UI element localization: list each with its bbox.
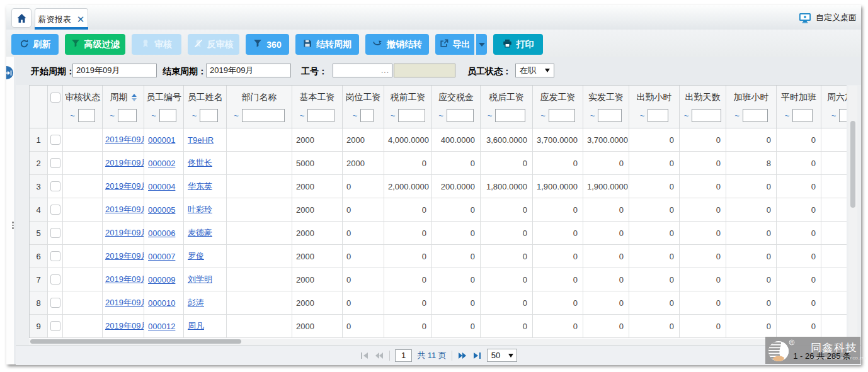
link-period[interactable]: 2019年09月 (105, 158, 144, 167)
link-emp_name[interactable]: 麦德豪 (188, 228, 212, 237)
row-checkbox[interactable] (50, 181, 60, 191)
link-emp_no[interactable]: 000001 (148, 135, 175, 145)
range-filter-toggle[interactable]: ~ (488, 111, 493, 120)
first-page-button[interactable] (360, 351, 369, 360)
filter-input-payable[interactable] (549, 109, 575, 122)
link-emp_no[interactable]: 000005 (148, 205, 175, 215)
header-dept[interactable]: 部门名称~ (227, 86, 292, 128)
filter-input-emp_name[interactable] (200, 109, 218, 122)
filter-input-att_hours[interactable] (648, 109, 668, 122)
filter-input-pretax[interactable] (398, 109, 425, 122)
link-emp_no[interactable]: 000007 (148, 252, 175, 261)
range-filter-toggle[interactable]: ~ (110, 111, 115, 120)
range-filter-toggle[interactable]: ~ (640, 111, 645, 120)
vertical-scrollbar-thumb[interactable] (850, 121, 855, 208)
range-filter-toggle[interactable]: ~ (151, 111, 156, 120)
header-ot_saturday[interactable]: 周六加班~ (821, 86, 847, 128)
range-filter-toggle[interactable]: ~ (192, 111, 197, 120)
range-filter-toggle[interactable]: ~ (353, 111, 358, 120)
row-checkbox[interactable] (50, 158, 60, 168)
row-checkbox[interactable] (50, 298, 60, 308)
link-emp_no[interactable]: 000004 (148, 182, 175, 191)
header-post_salary[interactable]: 岗位工资~ (343, 86, 384, 128)
sort-icon[interactable] (132, 94, 137, 101)
link-period[interactable]: 2019年09月 (105, 251, 144, 261)
link-emp_name[interactable]: 叶彩玲 (188, 205, 212, 214)
page-size-select[interactable]: 50 (487, 349, 517, 362)
link-emp_name[interactable]: 佟世长 (188, 158, 212, 167)
employee-lookup-ellipsis[interactable]: ... (381, 66, 389, 75)
link-emp_no[interactable]: 000009 (148, 275, 175, 285)
link-emp_no[interactable]: 000012 (148, 322, 175, 331)
horizontal-scrollbar[interactable] (29, 339, 847, 345)
header-emp_no[interactable]: 员工编号~ (144, 86, 184, 128)
next-page-button[interactable] (457, 351, 467, 360)
row-checkbox[interactable] (50, 228, 60, 238)
link-emp_no[interactable]: 000006 (148, 228, 175, 238)
tab-close-icon[interactable]: ✕ (77, 14, 85, 24)
header-actual[interactable]: 实发工资~ (583, 86, 629, 128)
filter-input-ot_hours[interactable] (743, 109, 768, 122)
customize-desktop-button[interactable]: 自定义桌面 (799, 11, 857, 24)
end-period-input[interactable] (206, 64, 291, 77)
filter-360-button[interactable]: 360 (246, 34, 289, 55)
link-period[interactable]: 2019年09月 (105, 298, 144, 307)
filter-input-post_salary[interactable] (360, 109, 374, 122)
link-emp_name[interactable]: 华东英 (188, 181, 212, 191)
range-filter-toggle[interactable]: ~ (734, 111, 740, 120)
range-filter-toggle[interactable]: ~ (590, 111, 595, 120)
page-number-input[interactable] (395, 349, 412, 362)
filter-input-ot_weekday[interactable] (792, 109, 813, 122)
header-payable[interactable]: 应发工资~ (533, 86, 583, 128)
link-period[interactable]: 2019年09月 (105, 228, 144, 237)
row-checkbox[interactable] (50, 321, 60, 331)
range-filter-toggle[interactable]: ~ (300, 111, 305, 120)
header-base_salary[interactable]: 基本工资~ (292, 86, 343, 128)
range-filter-toggle[interactable]: ~ (540, 111, 545, 120)
carry-period-button[interactable]: 结转周期 (295, 34, 359, 55)
link-emp_name[interactable]: 周凡 (188, 321, 204, 330)
link-period[interactable]: 2019年09月 (105, 321, 144, 330)
link-period[interactable]: 2019年09月 (105, 181, 144, 191)
last-page-button[interactable] (472, 351, 482, 360)
filter-input-period[interactable] (118, 109, 137, 122)
tab-home[interactable] (11, 8, 31, 28)
header-ot_weekday[interactable]: 平时加班~ (777, 86, 821, 128)
link-period[interactable]: 2019年09月 (105, 205, 144, 214)
header-pretax[interactable]: 税前工资~ (384, 86, 432, 128)
refresh-button[interactable]: 刷新 (11, 34, 59, 55)
vertical-scrollbar[interactable] (848, 86, 857, 340)
row-checkbox[interactable] (50, 251, 60, 261)
link-emp_name[interactable]: T9eHR (188, 135, 214, 145)
export-dropdown-button[interactable] (476, 34, 487, 55)
range-filter-toggle[interactable]: ~ (438, 111, 443, 120)
range-filter-toggle[interactable]: ~ (831, 111, 837, 120)
start-period-input[interactable] (72, 64, 157, 77)
link-period[interactable]: 2019年09月 (105, 274, 144, 284)
link-emp_no[interactable]: 000010 (148, 298, 175, 308)
link-period[interactable]: 2019年09月 (105, 135, 144, 144)
filter-input-actual[interactable] (598, 109, 622, 122)
header-period[interactable]: 周期~ (103, 86, 144, 128)
header-audit_status[interactable]: 审核状态~ (63, 86, 103, 128)
range-filter-toggle[interactable]: ~ (391, 111, 396, 120)
header-att_days[interactable]: 出勤天数~ (680, 86, 726, 128)
filter-input-ot_saturday[interactable] (839, 109, 847, 122)
advanced-filter-button[interactable]: 高级过滤 (65, 34, 125, 55)
range-filter-toggle[interactable]: ~ (785, 111, 790, 120)
link-emp_no[interactable]: 000002 (148, 159, 175, 168)
filter-input-audit_status[interactable] (78, 109, 95, 122)
panel-resize-handle[interactable] (11, 222, 14, 233)
expand-panel-button[interactable] (6, 66, 13, 79)
row-checkbox[interactable] (50, 205, 60, 215)
header-tax[interactable]: 应交税金~ (432, 86, 481, 128)
horizontal-scrollbar-thumb[interactable] (30, 339, 241, 344)
undo-carry-button[interactable]: 撤销结转 (365, 34, 429, 55)
header-emp_name[interactable]: 员工姓名~ (184, 86, 227, 128)
link-emp_name[interactable]: 罗俊 (188, 251, 204, 261)
prev-page-button[interactable] (374, 351, 384, 360)
filter-input-dept[interactable] (242, 109, 285, 122)
select-all-checkbox[interactable] (50, 93, 60, 103)
filter-input-base_salary[interactable] (307, 109, 334, 122)
header-ot_hours[interactable]: 加班小时~ (726, 86, 777, 128)
